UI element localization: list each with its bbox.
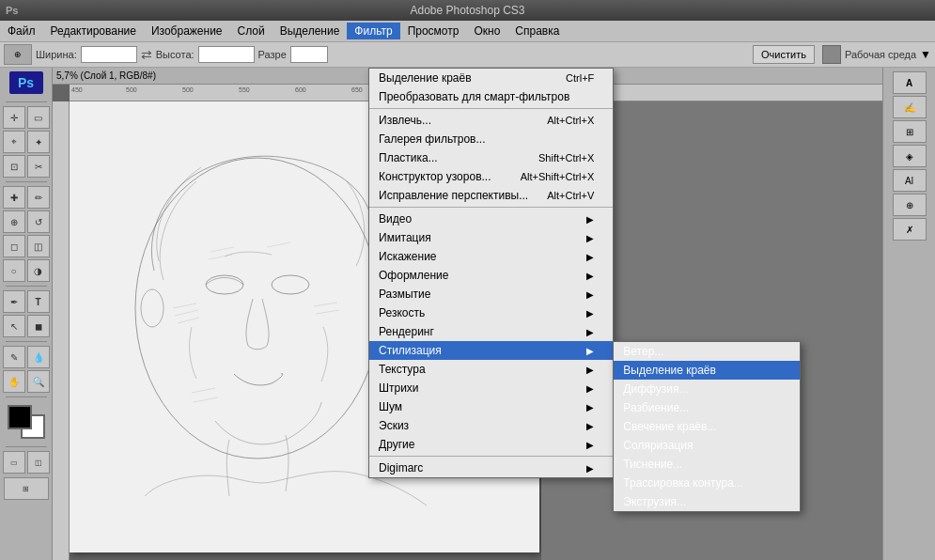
menu-perspective[interactable]: Исправление перспективы... Alt+Ctrl+V — [369, 186, 613, 205]
menu-texture-label: Текстура — [379, 363, 426, 376]
menu-blur-arrow: ▶ — [586, 289, 594, 300]
menu-extract-shortcut: Alt+Ctrl+X — [547, 115, 594, 126]
menu-smart-filter[interactable]: Преобразовать для смарт-фильтров — [369, 87, 613, 106]
menu-render-label: Рендеринг — [379, 325, 434, 338]
tool-heal[interactable]: ✚ — [3, 186, 25, 209]
submenu-trace-contour-label: Трассировка контура... — [623, 476, 742, 490]
menu-noise[interactable]: Шум ▶ — [369, 397, 613, 416]
menu-select[interactable]: Выделение — [273, 23, 348, 39]
menu-stylize-arrow: ▶ — [586, 346, 594, 356]
submenu-solarize[interactable]: Соляризация — [614, 436, 800, 455]
submenu-emboss[interactable]: Тиснение... — [614, 455, 800, 474]
tool-screen-mode[interactable]: ⊞ — [4, 477, 49, 500]
clear-button[interactable]: Очистить — [753, 45, 815, 64]
submenu-extrude[interactable]: Экструзия... — [614, 492, 800, 511]
menu-window[interactable]: Окно — [466, 23, 507, 39]
filter-sep-2 — [369, 207, 613, 208]
menu-video[interactable]: Видео ▶ — [369, 210, 613, 228]
svg-line-9 — [194, 397, 218, 402]
menu-design[interactable]: Оформление ▶ — [369, 266, 613, 285]
right-tool-6[interactable]: ⊕ — [893, 194, 927, 216]
menu-liquefy[interactable]: Пластика... Shift+Ctrl+X — [369, 148, 613, 167]
submenu-glow-edges[interactable]: Свечение краёв... — [614, 417, 800, 436]
tool-row-5: ⊕ ↺ — [3, 210, 50, 233]
menu-filter-gallery[interactable]: Галерея фильтров... — [369, 130, 613, 148]
submenu-edge-glow-label: Выделение краёв — [623, 364, 716, 377]
main-layout: Ps ✛ ▭ ⌖ ✦ ⊡ ✂ ✚ ✏ ⊕ ↺ ◻ ◫ ○ ◑ — [0, 68, 935, 560]
tool-mode-normal[interactable]: ▭ — [3, 451, 25, 474]
menu-stylize-label: Стилизация — [379, 344, 442, 357]
tool-magic[interactable]: ✦ — [27, 131, 50, 153]
foreground-color[interactable] — [8, 405, 32, 429]
tool-lasso[interactable]: ⌖ — [3, 131, 25, 153]
menu-distort[interactable]: Искажение ▶ — [369, 247, 613, 266]
menu-filter[interactable]: Фильтр — [347, 23, 399, 39]
submenu-wind[interactable]: Ветер... — [614, 342, 800, 361]
menu-image[interactable]: Изображение — [144, 23, 230, 39]
height-input[interactable] — [198, 46, 255, 63]
menu-view[interactable]: Просмотр — [400, 23, 467, 39]
width-input[interactable] — [81, 46, 137, 63]
menu-sketch[interactable]: Эскиз ▶ — [369, 416, 613, 435]
tool-path-select[interactable]: ↖ — [3, 315, 25, 337]
submenu-trace-contour[interactable]: Трассировка контура... — [614, 474, 800, 492]
tool-eraser[interactable]: ◻ — [3, 235, 25, 257]
tool-notes[interactable]: ✎ — [3, 346, 25, 368]
tool-row-3: ⊡ ✂ — [3, 155, 50, 178]
tool-gradient[interactable]: ◫ — [27, 235, 50, 257]
tool-burn[interactable]: ◑ — [27, 259, 50, 282]
menu-digimarc[interactable]: Digimarc ▶ — [369, 459, 613, 477]
menu-stylize[interactable]: Стилизация ▶ Ветер... Выделение краёв Ди… — [369, 341, 613, 360]
submenu-edge-glow[interactable]: Выделение краёв — [614, 361, 800, 380]
tool-mode-quick[interactable]: ◫ — [27, 451, 50, 474]
menu-file[interactable]: Файл — [0, 23, 43, 39]
tool-zoom[interactable]: 🔍 — [27, 370, 50, 393]
menu-other[interactable]: Другие ▶ — [369, 435, 613, 454]
tool-hand[interactable]: ✋ — [3, 370, 25, 393]
submenu-diffuse[interactable]: Диффузия... — [614, 380, 800, 398]
tool-clone[interactable]: ⊕ — [3, 210, 25, 233]
right-tool-3[interactable]: ⊞ — [893, 120, 927, 143]
menu-sharp[interactable]: Резкость ▶ — [369, 303, 613, 322]
menu-sketch-label: Эскиз — [379, 419, 409, 432]
menu-texture[interactable]: Текстура ▶ — [369, 360, 613, 379]
menu-strokes[interactable]: Штрихи ▶ — [369, 379, 613, 397]
tool-select-rect[interactable]: ▭ — [27, 106, 50, 129]
menu-imitation[interactable]: Имитация ▶ — [369, 228, 613, 247]
tool-history[interactable]: ↺ — [27, 210, 50, 233]
submenu-glow-edges-label: Свечение краёв... — [623, 420, 716, 433]
menu-help[interactable]: Справка — [507, 23, 567, 39]
right-tool-7[interactable]: ✗ — [893, 218, 927, 241]
tool-brush[interactable]: ✏ — [27, 186, 50, 209]
menu-edit[interactable]: Редактирование — [43, 23, 144, 39]
filter-sep-1 — [369, 108, 613, 109]
menu-sketch-arrow: ▶ — [586, 421, 594, 431]
right-tool-1[interactable]: A — [893, 71, 927, 94]
menu-pattern[interactable]: Конструктор узоров... Alt+Shift+Ctrl+X — [369, 167, 613, 186]
res-input[interactable] — [290, 46, 328, 63]
menu-distort-arrow: ▶ — [586, 252, 594, 262]
menu-extract[interactable]: Извлечь... Alt+Ctrl+X — [369, 111, 613, 130]
submenu-tiles[interactable]: Разбиение... — [614, 398, 800, 417]
tool-pen[interactable]: ✒ — [3, 290, 25, 313]
tool-move[interactable]: ✛ — [3, 106, 25, 129]
tool-dodge[interactable]: ○ — [3, 259, 25, 282]
tool-slice[interactable]: ✂ — [27, 155, 50, 178]
tool-eyedrop[interactable]: 💧 — [27, 346, 50, 368]
tool-crop[interactable]: ⊡ — [3, 155, 25, 178]
svg-point-1 — [206, 275, 243, 294]
tool-shape[interactable]: ◼ — [27, 315, 50, 337]
canvas-area: 5,7% (Слой 1, RGB/8#) 450 500 500 550 60… — [53, 68, 882, 560]
menu-render[interactable]: Рендеринг ▶ — [369, 322, 613, 341]
tool-row-11: ✋ 🔍 — [3, 370, 50, 393]
color-picker[interactable] — [8, 405, 45, 439]
menu-blur[interactable]: Размытие ▶ — [369, 285, 613, 303]
menu-edge-selection[interactable]: Выделение краёв Ctrl+F — [369, 69, 613, 87]
menu-edge-selection-shortcut: Ctrl+F — [566, 72, 594, 84]
tool-text[interactable]: T — [27, 290, 50, 313]
menu-layer[interactable]: Слой — [230, 23, 273, 39]
right-tool-5[interactable]: Al — [893, 169, 927, 192]
right-tool-2[interactable]: ✍ — [893, 96, 927, 118]
tool-row-10: ✎ 💧 — [3, 346, 50, 368]
right-tool-4[interactable]: ◈ — [893, 145, 927, 167]
